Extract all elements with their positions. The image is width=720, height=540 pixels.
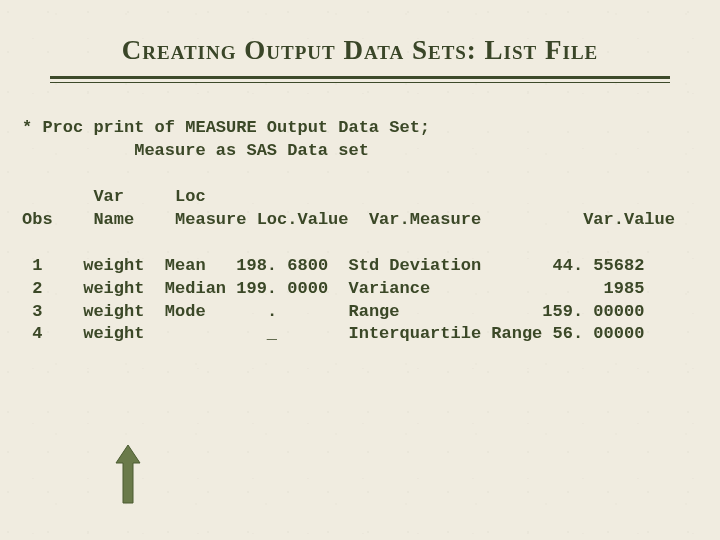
- hdr-locvalue: Loc.Value: [257, 210, 349, 229]
- r2-varname: weight: [83, 279, 144, 298]
- hdr-loc-l1: Loc: [175, 187, 206, 206]
- r1-locvalue: 198. 6800: [236, 256, 328, 275]
- r3-varmeasure: Range: [349, 302, 400, 321]
- hdr-varvalue: Var.Value: [583, 210, 675, 229]
- r4-varvalue: 56. 00000: [553, 324, 645, 343]
- r1-locmeasure: Mean: [165, 256, 206, 275]
- r1-varname: weight: [83, 256, 144, 275]
- r3-varvalue: 159. 00000: [542, 302, 644, 321]
- hdr-obs: Obs: [22, 210, 53, 229]
- code-block: * Proc print of MEASURE Output Data Set;…: [0, 117, 720, 346]
- slide-title: Creating Output Data Sets: List File: [0, 0, 720, 76]
- r3-locmeasure: Mode: [165, 302, 206, 321]
- r4-varname: weight: [83, 324, 144, 343]
- r3-locvalue: .: [267, 302, 277, 321]
- r2-locmeasure: Median: [165, 279, 226, 298]
- hdr-varmeasure: Var.Measure: [369, 210, 481, 229]
- comment-line: * Proc print of MEASURE Output Data Set;: [22, 118, 430, 137]
- hdr-varname-l2: Name: [93, 210, 134, 229]
- r3-varname: weight: [83, 302, 144, 321]
- title-rule: [50, 76, 670, 83]
- arrow-up-icon: [115, 445, 141, 505]
- r1-varvalue: 44. 55682: [553, 256, 645, 275]
- hdr-loc-l2: Measure: [175, 210, 246, 229]
- r4-obs: 4: [32, 324, 42, 343]
- r3-obs: 3: [32, 302, 42, 321]
- r2-varmeasure: Variance: [349, 279, 431, 298]
- r4-locvalue: _: [267, 324, 277, 343]
- r4-varmeasure: Interquartile Range: [348, 324, 542, 343]
- r2-varvalue: 1985: [604, 279, 645, 298]
- r2-obs: 2: [32, 279, 42, 298]
- subtitle-line: Measure as SAS Data set: [134, 141, 369, 160]
- hdr-varname-l1: Var: [93, 187, 124, 206]
- r2-locvalue: 199. 0000: [236, 279, 328, 298]
- r1-varmeasure: Std Deviation: [349, 256, 482, 275]
- svg-marker-0: [116, 445, 140, 503]
- r1-obs: 1: [32, 256, 42, 275]
